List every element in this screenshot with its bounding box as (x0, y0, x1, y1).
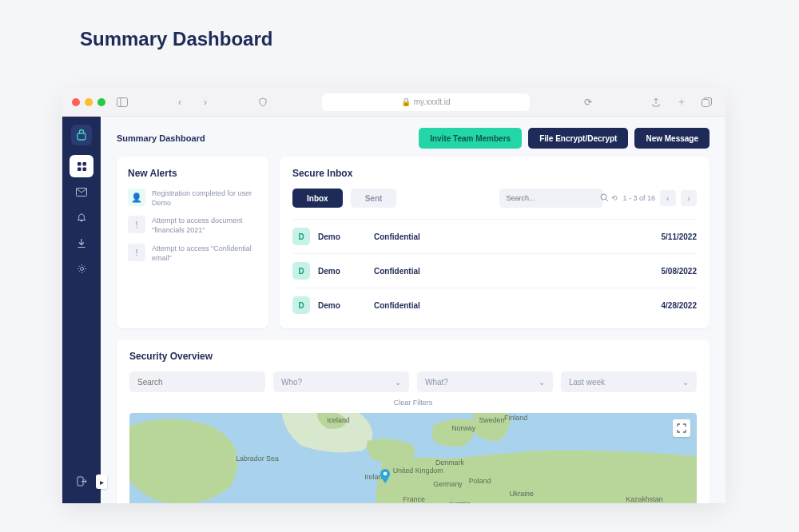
overview-search[interactable] (129, 371, 265, 392)
warning-icon: ! (128, 244, 145, 261)
svg-text:Iceland: Iceland (327, 416, 350, 424)
inbox-row[interactable]: D Demo Confidential 5/08/2022 (292, 253, 697, 288)
message-date: 5/08/2022 (662, 267, 698, 276)
inbox-pager: ⟲ 1 - 3 of 16 ‹ › (611, 190, 697, 206)
search-icon (600, 193, 609, 204)
clear-filters-link[interactable]: Clear Filters (129, 399, 697, 407)
pager-next-button[interactable]: › (681, 190, 697, 206)
message-subject: Confidential (374, 267, 662, 276)
alert-text: Registration completed for user Demo (152, 189, 257, 208)
filter-label: What? (425, 378, 448, 387)
tabs-icon[interactable] (698, 94, 716, 110)
warning-icon: ! (128, 216, 145, 233)
alerts-heading: New Alerts (128, 168, 257, 179)
shield-icon[interactable] (254, 94, 272, 110)
alert-item[interactable]: ! Attempt to access document "financials… (128, 216, 257, 235)
svg-text:Finland: Finland (504, 414, 527, 422)
pager-prev-button[interactable]: ‹ (660, 190, 676, 206)
inbox-controls: Inbox Sent ⟲ 1 - 3 of 16 ‹ › (292, 189, 697, 208)
sidebar-item-dashboard[interactable] (70, 155, 93, 177)
svg-line-12 (606, 199, 609, 201)
invite-team-button[interactable]: Invite Team Members (419, 128, 522, 149)
chevron-down-icon: ⌄ (395, 378, 401, 387)
file-encrypt-button[interactable]: File Encrypt/Decrypt (528, 128, 628, 149)
svg-text:Norway: Norway (451, 424, 476, 432)
refresh-icon[interactable]: ⟲ (611, 194, 618, 202)
inbox-row[interactable]: D Demo Confidential 4/28/2022 (292, 288, 697, 322)
chevron-down-icon: ⌄ (539, 378, 545, 387)
svg-text:Poland: Poland (469, 477, 491, 485)
sidebar-item-downloads[interactable] (70, 232, 93, 254)
forward-icon[interactable]: › (197, 94, 214, 110)
avatar: D (292, 228, 310, 245)
tab-sent[interactable]: Sent (351, 189, 397, 208)
browser-window: ‹ › 🔒 my.xxxlt.id ⟳ ＋ (62, 88, 725, 503)
svg-rect-0 (117, 97, 128, 106)
filter-when[interactable]: Last week ⌄ (561, 371, 697, 392)
app-root: ▸ Summary Dashboard Invite Team Members … (62, 117, 725, 503)
svg-rect-4 (78, 162, 81, 166)
svg-text:Austria: Austria (448, 500, 471, 503)
page-title: Summary Dashboard (0, 0, 799, 66)
close-window-icon[interactable] (72, 98, 80, 106)
filter-who[interactable]: Who? ⌄ (273, 371, 409, 392)
app-logo-icon[interactable] (71, 125, 92, 145)
new-message-button[interactable]: New Message (634, 128, 710, 149)
back-icon[interactable]: ‹ (171, 94, 189, 110)
url-text: my.xxxlt.id (414, 97, 451, 106)
filter-label: Last week (569, 378, 605, 387)
app-sidebar: ▸ (62, 117, 101, 503)
maximize-window-icon[interactable] (97, 98, 105, 106)
svg-text:Kazakhstan: Kazakhstan (626, 495, 662, 503)
share-icon[interactable] (647, 94, 665, 110)
traffic-lights (72, 98, 105, 106)
svg-rect-5 (82, 162, 86, 166)
svg-rect-6 (78, 167, 81, 171)
pager-range: 1 - 3 of 16 (622, 194, 655, 202)
message-subject: Confidential (374, 301, 662, 310)
alert-text: Attempt to access document "financials 2… (152, 216, 257, 235)
sidebar-item-alerts[interactable] (70, 206, 93, 228)
svg-point-28 (384, 471, 388, 475)
message-date: 5/11/2022 (662, 232, 698, 241)
lock-icon: 🔒 (401, 97, 411, 106)
alert-item[interactable]: ! Attempt to access "Confidential email" (128, 244, 257, 263)
message-sender: Demo (318, 267, 374, 276)
avatar: D (292, 262, 310, 280)
message-date: 4/28/2022 (662, 301, 698, 310)
sidebar-expand-handle[interactable]: ▸ (96, 474, 107, 489)
map-fullscreen-button[interactable] (673, 419, 690, 437)
inbox-heading: Secure Inbox (292, 168, 697, 179)
inbox-search[interactable] (499, 189, 603, 208)
url-bar[interactable]: 🔒 my.xxxlt.id (322, 93, 530, 111)
avatar: D (292, 296, 310, 314)
sidebar-toggle-icon[interactable] (113, 94, 131, 110)
svg-text:France: France (403, 495, 425, 503)
svg-rect-2 (702, 99, 710, 106)
tab-inbox[interactable]: Inbox (292, 189, 343, 208)
filter-what[interactable]: What? ⌄ (417, 371, 553, 392)
svg-text:Denmark: Denmark (435, 459, 465, 466)
topbar-title: Summary Dashboard (117, 133, 205, 143)
sidebar-item-inbox[interactable] (70, 181, 93, 203)
svg-text:Germany: Germany (433, 480, 463, 488)
alert-item[interactable]: 👤 Registration completed for user Demo (128, 189, 257, 208)
sidebar-item-settings[interactable] (70, 257, 93, 280)
overview-heading: Security Overview (129, 351, 697, 362)
user-icon: 👤 (128, 189, 145, 206)
new-tab-icon[interactable]: ＋ (673, 94, 690, 110)
main-content: Summary Dashboard Invite Team Members Fi… (101, 117, 725, 503)
chevron-down-icon: ⌄ (682, 378, 689, 387)
sidebar-item-logout[interactable] (70, 470, 93, 492)
browser-chrome: ‹ › 🔒 my.xxxlt.id ⟳ ＋ (62, 88, 725, 117)
security-overview-card: Security Overview Who? ⌄ What? ⌄ Last we… (117, 339, 710, 503)
map-container[interactable]: Iceland Norway Sweden Finland United Kin… (129, 413, 697, 503)
message-subject: Confidential (374, 232, 662, 241)
inbox-search-input[interactable] (506, 194, 595, 202)
overview-search-input[interactable] (137, 378, 257, 387)
reload-icon[interactable]: ⟳ (579, 94, 597, 110)
svg-text:Ukraine: Ukraine (509, 490, 534, 498)
topbar: Summary Dashboard Invite Team Members Fi… (101, 117, 725, 157)
inbox-row[interactable]: D Demo Confidential 5/11/2022 (292, 219, 697, 253)
minimize-window-icon[interactable] (85, 98, 93, 106)
